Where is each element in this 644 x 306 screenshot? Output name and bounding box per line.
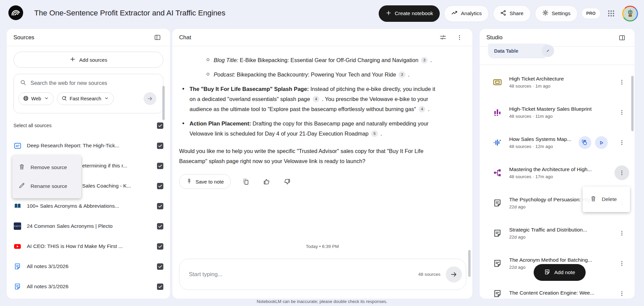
search-web-input[interactable] bbox=[31, 80, 158, 86]
source-row[interactable]: 100+ Sales Acronyms & Abbreviations... bbox=[7, 196, 170, 216]
add-sources-button[interactable]: Add sources bbox=[13, 52, 163, 68]
chat-bullet: The "Buy It For Life Basecamp" Splash Pa… bbox=[179, 84, 443, 114]
notebooklm-logo[interactable] bbox=[8, 5, 23, 20]
book-icon bbox=[13, 202, 21, 210]
thumbs-up-icon[interactable] bbox=[260, 175, 272, 188]
send-message-button[interactable] bbox=[446, 266, 462, 283]
source-checkbox[interactable] bbox=[157, 263, 163, 270]
source-row[interactable]: All notes 3/1/2026 bbox=[7, 256, 170, 276]
create-notebook-button[interactable]: Create notebook bbox=[379, 5, 440, 22]
studio-row[interactable]: How Sales Systems Map...48 sources · 12m… bbox=[480, 128, 635, 158]
more-options-button[interactable] bbox=[614, 286, 629, 299]
plus-icon bbox=[385, 10, 392, 17]
citation-badge[interactable]: 3 bbox=[421, 57, 428, 63]
citation-badge[interactable]: 3 bbox=[398, 71, 405, 78]
source-title: Deep Research Report: The High-Tick... bbox=[27, 143, 152, 149]
collapse-panel-icon[interactable] bbox=[151, 32, 163, 44]
mindmap-icon bbox=[492, 168, 502, 178]
citation-badge[interactable]: 5 bbox=[371, 131, 378, 137]
sources-panel-title: Sources bbox=[13, 34, 34, 41]
save-to-note-button[interactable]: Save to note bbox=[179, 174, 231, 189]
share-button[interactable]: Share bbox=[493, 5, 530, 22]
pro-badge: PRO bbox=[582, 8, 600, 18]
studio-item-meta: 48 sources · 17m ago bbox=[509, 174, 608, 179]
chat-bullet: Blog Title: E-Bike Bikepacking: Essentia… bbox=[179, 55, 443, 65]
analytics-button[interactable]: Analytics bbox=[444, 5, 489, 22]
source-checkbox[interactable] bbox=[157, 183, 163, 189]
audio-icon bbox=[492, 138, 502, 148]
collapse-panel-icon[interactable] bbox=[616, 32, 628, 44]
citation-badge[interactable]: 4 bbox=[313, 96, 319, 102]
studio-row[interactable]: High-Ticket Mastery Sales Blueprint48 so… bbox=[480, 97, 635, 128]
gear-icon bbox=[542, 9, 549, 17]
studio-item-meta: 48 sources · 11m ago bbox=[509, 114, 608, 119]
add-note-button[interactable]: Add note bbox=[534, 264, 586, 281]
sources-scrollbar[interactable] bbox=[162, 86, 165, 120]
source-row[interactable]: All notes 3/1/2026 bbox=[7, 276, 170, 297]
chat-bullet: Podcast: Bikepacking the Backcountry: Po… bbox=[179, 69, 443, 80]
thumbs-down-icon[interactable] bbox=[281, 175, 293, 188]
edit-icon[interactable] bbox=[542, 45, 554, 57]
select-all-label: Select all sources bbox=[13, 123, 52, 128]
globe-icon bbox=[23, 95, 29, 102]
video-icon bbox=[492, 77, 502, 87]
select-all-checkbox[interactable] bbox=[157, 122, 163, 129]
citation-badge[interactable]: 4 bbox=[419, 106, 425, 112]
app-header: The One-Sentence Profit Extractor and AI… bbox=[0, 0, 644, 27]
source-checkbox[interactable] bbox=[157, 203, 163, 209]
pin-icon bbox=[186, 178, 192, 185]
studio-item-meta: 48 sources · 12m ago bbox=[509, 144, 572, 149]
interactive-mode-button[interactable] bbox=[579, 136, 591, 149]
source-checkbox[interactable] bbox=[157, 163, 163, 169]
copy-icon[interactable] bbox=[239, 175, 252, 188]
youtube-icon bbox=[13, 242, 21, 250]
source-title: All notes 3/1/2026 bbox=[27, 284, 152, 290]
notebook-title[interactable]: The One-Sentence Profit Extractor and AI… bbox=[34, 9, 225, 17]
source-row[interactable]: PLECTO24 Common Sales Acronyms | Plecto bbox=[7, 216, 170, 236]
more-options-button[interactable] bbox=[614, 75, 629, 90]
studio-row[interactable]: The Content Creation Engine: Wee... bbox=[480, 278, 635, 299]
trending-up-icon bbox=[451, 9, 458, 17]
source-checkbox[interactable] bbox=[157, 143, 163, 149]
source-checkbox[interactable] bbox=[157, 223, 163, 230]
more-options-button[interactable] bbox=[614, 105, 629, 120]
source-row[interactable]: mDeep Research Report: The High-Tick... bbox=[7, 136, 170, 156]
studio-scrollbar[interactable] bbox=[631, 76, 634, 131]
account-avatar[interactable] bbox=[622, 6, 638, 21]
google-apps-icon[interactable] bbox=[604, 7, 618, 20]
chat-settings-icon[interactable] bbox=[437, 32, 449, 44]
notegrey-icon bbox=[492, 228, 502, 238]
play-audio-button[interactable] bbox=[595, 136, 608, 149]
settings-button[interactable]: Settings bbox=[535, 5, 578, 22]
studio-row[interactable]: Mastering the Architecture of High...48 … bbox=[480, 158, 635, 188]
more-options-button[interactable] bbox=[614, 256, 629, 271]
source-row[interactable]: AI CEO: THIS is How I'd Make My First ..… bbox=[7, 236, 170, 256]
context-menu-item-rename-source[interactable]: Rename source bbox=[12, 177, 81, 196]
web-source-chip[interactable]: Web bbox=[18, 92, 54, 105]
chat-bullet: Action Plan Placement: Drafting the copy… bbox=[179, 118, 443, 139]
context-menu-item-remove-source[interactable]: Remove source bbox=[12, 158, 81, 177]
more-options-button[interactable] bbox=[614, 165, 629, 180]
source-title: All notes 3/1/2026 bbox=[27, 263, 152, 269]
studio-row[interactable]: High Ticket Architecture48 sources · 1m … bbox=[480, 67, 635, 97]
source-title: etermining if this r... bbox=[82, 163, 152, 169]
session-timestamp: Today • 6:39 PM bbox=[172, 244, 472, 249]
chat-more-options-icon[interactable] bbox=[453, 32, 466, 44]
more-options-button[interactable] bbox=[614, 135, 629, 150]
data-table-chip[interactable]: Data Table bbox=[488, 44, 548, 58]
source-title: 24 Common Sales Acronyms | Plecto bbox=[27, 223, 152, 229]
source-checkbox[interactable] bbox=[157, 243, 163, 250]
chat-scrollbar[interactable] bbox=[468, 250, 471, 277]
plecto-icon: PLECTO bbox=[13, 222, 21, 230]
share-icon bbox=[500, 10, 506, 17]
studio-item-title: Mastering the Architecture of High... bbox=[509, 166, 608, 172]
studio-row[interactable]: Strategic Traffic and Distribution...22d… bbox=[480, 218, 635, 248]
source-title: 100+ Sales Acronyms & Abbreviations... bbox=[27, 203, 152, 209]
chat-input[interactable] bbox=[189, 271, 418, 278]
source-title: AI CEO: THIS is How I'd Make My First ..… bbox=[27, 243, 152, 249]
submit-search-button[interactable] bbox=[144, 92, 156, 105]
more-options-button[interactable] bbox=[614, 226, 629, 241]
source-checkbox[interactable] bbox=[157, 284, 163, 290]
delete-menu[interactable]: Delete bbox=[583, 187, 630, 212]
fast-research-chip[interactable]: Fast Research bbox=[57, 92, 114, 105]
